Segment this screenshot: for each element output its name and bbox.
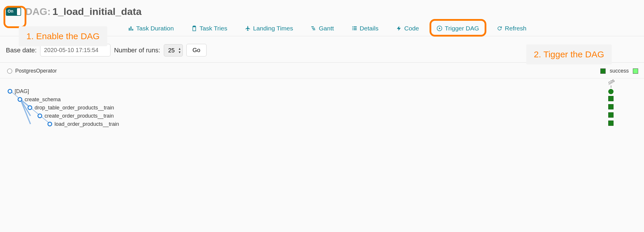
tree-view-area: [DAG] create_schema drop_table_order_pro…: [0, 78, 644, 143]
task-status-square-icon[interactable]: [608, 121, 614, 126]
svg-rect-7: [311, 26, 314, 27]
num-runs-label: Number of runs:: [114, 47, 160, 54]
operator-label: PostgresOperator: [15, 68, 57, 74]
tab-refresh[interactable]: Refresh: [494, 21, 529, 35]
tab-label: Details: [360, 25, 379, 32]
task-status-square-icon[interactable]: [608, 104, 614, 109]
node-circle-icon: [8, 89, 12, 94]
tab-label: Gantt: [319, 25, 334, 32]
tab-landing-times[interactable]: Landing Times: [242, 21, 296, 35]
node-circle-icon: [47, 122, 52, 126]
play-circle-icon: [437, 25, 442, 31]
tab-label: Landing Times: [253, 25, 293, 32]
tab-task-tries[interactable]: Task Tries: [188, 21, 230, 35]
bar-chart-icon: [128, 25, 134, 31]
svg-rect-6: [193, 26, 195, 27]
toggle-label: On: [8, 9, 13, 13]
tab-task-duration[interactable]: Task Duration: [125, 21, 177, 35]
tab-label: Task Duration: [136, 25, 174, 32]
svg-rect-13: [353, 28, 357, 29]
plane-icon: [245, 25, 251, 31]
node-label: create_schema: [25, 97, 61, 103]
node-label: [DAG]: [15, 88, 29, 94]
go-button[interactable]: Go: [186, 44, 207, 56]
svg-rect-8: [312, 28, 315, 29]
svg-rect-14: [352, 29, 353, 30]
tab-gantt[interactable]: Gantt: [308, 21, 337, 35]
svg-rect-15: [353, 29, 357, 30]
running-swatch-icon: [633, 68, 638, 74]
page-header: On DAG: 1_load_initial_data: [0, 0, 644, 21]
lightning-icon: [396, 25, 402, 31]
node-label: create_order_products__train: [45, 113, 114, 119]
tree-node-root[interactable]: [DAG]: [8, 87, 29, 95]
svg-rect-10: [352, 26, 353, 27]
tab-label: Trigger DAG: [445, 25, 479, 32]
tree-node[interactable]: create_order_products__train: [38, 112, 114, 120]
base-date-label: Base date:: [6, 47, 37, 54]
run-status-column: .026: [607, 78, 615, 129]
tree-node[interactable]: create_schema: [18, 95, 61, 104]
svg-rect-9: [313, 29, 315, 30]
task-status-square-icon[interactable]: [608, 96, 614, 101]
svg-rect-4: [130, 26, 131, 30]
tree-node[interactable]: load_order_products__train: [47, 120, 119, 128]
tree-node[interactable]: drop_table_order_products__train: [28, 104, 114, 112]
node-circle-icon: [38, 114, 42, 118]
dag-title-name: 1_load_initial_data: [52, 6, 142, 17]
node-circle-icon: [18, 97, 22, 102]
legend-row: PostgresOperator success: [0, 63, 644, 78]
run-time-label: .026: [607, 78, 615, 86]
node-label: load_order_products__train: [54, 121, 119, 127]
svg-rect-5: [132, 29, 133, 31]
num-runs-select[interactable]: 25: [164, 44, 183, 56]
dag-toggle[interactable]: On: [6, 8, 21, 16]
success-label: success: [610, 68, 629, 74]
toggle-knob: [17, 8, 21, 15]
annotation-enable: 1. Enable the DAG: [19, 26, 107, 46]
tab-code[interactable]: Code: [393, 21, 422, 35]
tab-label: Refresh: [505, 25, 527, 32]
operator-swatch-icon: [7, 68, 12, 74]
tab-details[interactable]: Details: [349, 21, 381, 35]
svg-rect-3: [129, 28, 130, 30]
gantt-icon: [311, 25, 316, 31]
tab-label: Code: [404, 25, 419, 32]
annotation-trigger: 2. Tigger the DAG: [526, 44, 612, 64]
success-swatch-icon: [600, 68, 606, 74]
dag-title-prefix: DAG:: [25, 6, 51, 17]
tick-icon: [611, 85, 611, 88]
svg-rect-11: [353, 26, 357, 27]
run-status-circle-icon[interactable]: [608, 89, 614, 94]
list-icon: [352, 25, 357, 31]
tab-label: Task Tries: [200, 25, 227, 32]
tab-trigger-dag[interactable]: Trigger DAG: [434, 21, 482, 35]
refresh-icon: [497, 25, 502, 31]
node-circle-icon: [28, 105, 32, 110]
task-status-square-icon[interactable]: [608, 112, 614, 118]
svg-rect-12: [352, 28, 353, 29]
clipboard-icon: [191, 25, 197, 31]
node-label: drop_table_order_products__train: [35, 105, 114, 111]
